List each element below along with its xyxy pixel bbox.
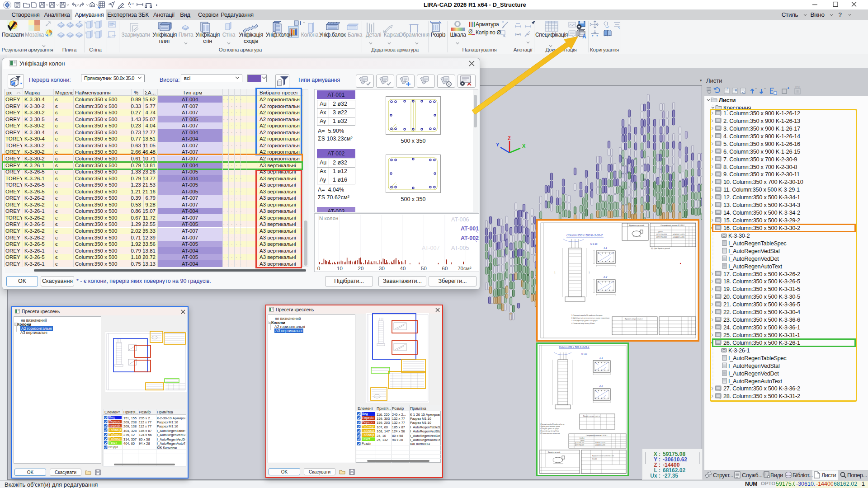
svg-text:PDF: PDF (795, 86, 800, 89)
svg-text:ДСТУ 3760-2019: ДСТУ 3760-2019 (575, 444, 584, 446)
svg-text:0: 0 (317, 266, 320, 271)
svg-text:A: A (128, 1, 131, 6)
svg-text:X: X (522, 143, 526, 149)
svg-text:Y: Y (496, 142, 500, 147)
svg-text:Листи: Листи (821, 472, 836, 479)
svg-text:Деталі: Деталі (658, 231, 663, 233)
svg-text:4. Захисний шар бетону 30 мм: 4. Захисний шар бетону 30 мм (571, 323, 594, 324)
svg-text:50: 50 (421, 266, 427, 271)
svg-text:Види: Види (770, 472, 783, 479)
svg-text:x: x (61, 21, 62, 24)
svg-text:AT-006: AT-006 (451, 216, 469, 223)
svg-text:Column:350 x 500 K-3-30-2: Column:350 x 500 K-3-30-2 (566, 234, 603, 237)
svg-text:ø32 А500С L=3570: ø32 А500С L=3570 (673, 234, 684, 235)
svg-text:Листи: Листи (719, 97, 736, 103)
svg-text:AT-007: AT-007 (422, 245, 439, 251)
svg-text:AT-001: AT-001 (461, 225, 479, 232)
svg-text:Відомість деталей: Відомість деталей (629, 224, 644, 226)
svg-text:Структ...: Структ... (713, 472, 733, 479)
svg-text:1-1: 1-1 (604, 247, 607, 249)
svg-text:К-3-26-1: К-3-26-1 (580, 437, 585, 439)
svg-text:2. Дрібні деталі виготовляютьс: 2. Дрібні деталі виготовляються разом з … (571, 317, 609, 319)
svg-text:М 1:20: М 1:20 (590, 243, 598, 245)
svg-text:y: y (70, 21, 71, 24)
svg-text:ДСТУ 3760-2019: ДСТУ 3760-2019 (575, 442, 584, 444)
svg-text:Армування колони Column:350 x: Армування колони Column:350 x 500 (592, 455, 614, 457)
svg-text:2-2: 2-2 (599, 385, 603, 387)
svg-text:Бібліот...: Бібліот... (793, 472, 813, 479)
svg-text:60: 60 (442, 266, 448, 271)
svg-text:Служб...: Служб... (742, 472, 763, 479)
svg-text:i: i (300, 21, 301, 26)
svg-text:70см²: 70см² (458, 266, 471, 271)
svg-text:2. Дрібні деталі виготовл. раз: 2. Дрібні деталі виготовл. разом (540, 426, 560, 427)
svg-text:x: x (85, 21, 87, 24)
svg-text:ø10 А240С L=1390: ø10 А240С L=1390 (595, 444, 605, 446)
svg-text:z: z (94, 31, 96, 34)
svg-text:ДСТУ 3760-2019: ДСТУ 3760-2019 (656, 236, 667, 238)
svg-text:Попер...: Попер... (847, 472, 867, 479)
svg-text:M: M (132, 2, 134, 5)
svg-text:М 1:20: М 1:20 (581, 353, 587, 355)
svg-text:4. Захисний шар бетону 30 мм: 4. Захисний шар бетону 30 мм (540, 430, 559, 432)
svg-text:z: z (85, 31, 87, 34)
svg-text:Відомість деталей: Відомість деталей (548, 451, 560, 453)
svg-text:5. Отвори виконати при монтажі: 5. Отвори виконати при монтажі (540, 432, 560, 434)
svg-text:30: 30 (379, 266, 385, 271)
svg-text:Специфікація колони К-3-26-1: Специфікація колони К-3-26-1 (586, 435, 607, 436)
svg-text:Z: Z (508, 136, 511, 141)
svg-text:1. Закладні вироби 30 прийняти: 1. Закладні вироби 30 прийняти без ур. (540, 423, 565, 425)
svg-text:3. Специфік. дивись на аркуші: 3. Специфік. дивись на аркуші (540, 428, 559, 430)
svg-text:ø10 А240С L=1390: ø10 А240С L=1390 (673, 236, 684, 238)
svg-text:40: 40 (400, 266, 406, 271)
svg-text:Column:350 x 500 K-3-26-1: Column:350 x 500 K-3-26-1 (559, 346, 590, 348)
svg-text:2-2: 2-2 (603, 276, 607, 278)
svg-text:Відомість витрат сталі, кг: Відомість витрат сталі, кг (625, 318, 643, 320)
svg-text:Деталі: Деталі (580, 440, 585, 441)
svg-text:Специфікація колони К-3-30-2: Специфікація колони К-3-30-2 (660, 225, 684, 226)
svg-text:max: max (109, 22, 114, 24)
svg-text:3. Специфікацію дивись на арку: 3. Специфікацію дивись на аркуші (571, 320, 598, 322)
svg-text:1-1: 1-1 (599, 357, 603, 359)
svg-text:10: 10 (337, 266, 343, 271)
svg-text:К-3-26-1: К-3-26-1 (592, 458, 597, 460)
svg-text:20: 20 (358, 266, 364, 271)
svg-text:N колон: N колон (319, 216, 338, 221)
svg-text:(R) - Див. Відомість деталей: (R) - Див. Відомість деталей (651, 248, 670, 249)
svg-text:ДСТУ 3760-2019: ДСТУ 3760-2019 (656, 234, 667, 235)
svg-text:1. Закладні вироби 30 прийняти: 1. Закладні вироби 30 прийняти без урах. (571, 314, 603, 316)
svg-text:Відомість витрат сталі, кг: Відомість витрат сталі, кг (583, 415, 600, 417)
svg-text:AT-002: AT-002 (461, 235, 479, 241)
svg-text:x: x (94, 21, 96, 24)
svg-text:AT-005: AT-005 (451, 245, 469, 251)
svg-text:ø25 А500С L=4170: ø25 А500С L=4170 (595, 442, 605, 444)
